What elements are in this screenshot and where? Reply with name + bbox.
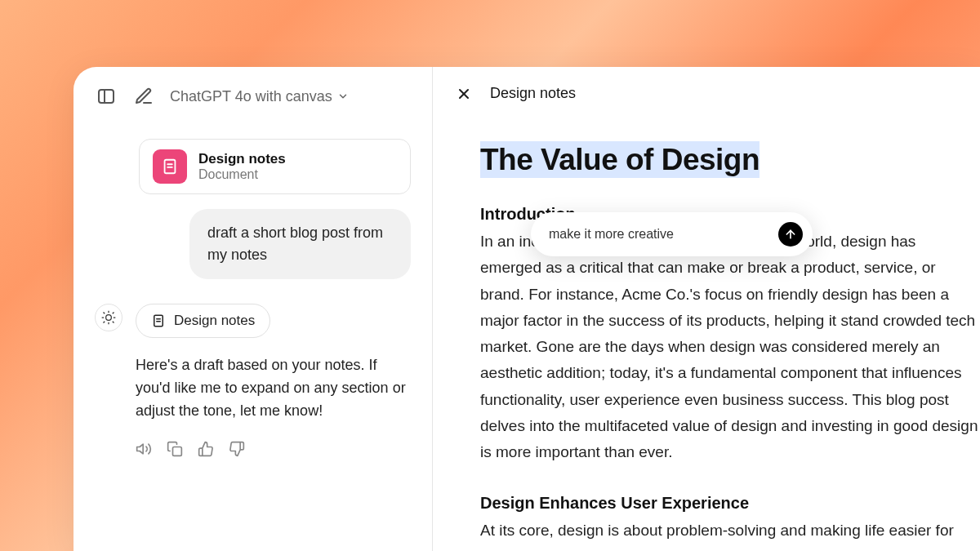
- arrow-up-icon: [784, 228, 797, 241]
- svg-marker-9: [137, 444, 144, 454]
- inline-prompt-input[interactable]: [549, 227, 778, 242]
- assistant-message: Here's a draft based on your notes. If y…: [95, 354, 411, 423]
- doc-heading-1[interactable]: The Value of Design: [480, 141, 760, 178]
- model-label-text: ChatGPT 4o with canvas: [170, 88, 332, 105]
- message-actions: [95, 441, 411, 457]
- model-selector[interactable]: ChatGPT 4o with canvas: [170, 88, 349, 105]
- document-small-icon: [151, 313, 166, 328]
- svg-point-5: [106, 315, 112, 321]
- canvas-header: Design notes: [433, 67, 980, 110]
- thumbs-up-icon[interactable]: [198, 441, 214, 457]
- inline-edit-prompt: [531, 212, 813, 256]
- read-aloud-icon[interactable]: [136, 441, 152, 457]
- doc-section-2-title[interactable]: Design Enhances User Experience: [480, 494, 980, 513]
- copy-icon[interactable]: [167, 441, 183, 457]
- sidebar-toggle-icon[interactable]: [95, 85, 118, 108]
- send-button[interactable]: [778, 222, 803, 247]
- canvas-panel: Design notes The Value of Design Introdu…: [433, 67, 980, 551]
- close-icon[interactable]: [456, 86, 472, 102]
- attachment-card[interactable]: Design notes Document: [139, 139, 411, 194]
- user-message: draft a short blog post from my notes: [189, 209, 411, 279]
- app-window: ChatGPT 4o with canvas Design notes Docu…: [74, 67, 980, 551]
- attachment-subtitle: Document: [198, 167, 286, 182]
- assistant-row: Design notes: [95, 304, 411, 338]
- doc-section-1-body[interactable]: In an increasingly competitive and fast-…: [480, 229, 980, 466]
- chevron-down-icon: [337, 91, 349, 102]
- new-chat-icon[interactable]: [132, 85, 155, 108]
- attachment-title: Design notes: [198, 151, 286, 167]
- doc-section-2-body[interactable]: At its core, design is about problem-sol…: [480, 518, 980, 551]
- attachment-meta: Design notes Document: [198, 151, 286, 182]
- assistant-avatar-icon: [95, 304, 122, 331]
- svg-rect-0: [99, 90, 114, 103]
- canvas-chip-label: Design notes: [174, 313, 255, 329]
- canvas-document[interactable]: The Value of Design Introduction In an i…: [433, 110, 980, 551]
- svg-rect-10: [173, 447, 182, 455]
- chat-scroll: Design notes Document draft a short blog…: [74, 116, 432, 551]
- canvas-title: Design notes: [490, 85, 576, 102]
- top-bar: ChatGPT 4o with canvas: [74, 67, 432, 116]
- thumbs-down-icon[interactable]: [229, 441, 245, 457]
- document-icon: [153, 149, 187, 184]
- chat-panel: ChatGPT 4o with canvas Design notes Docu…: [74, 67, 433, 551]
- canvas-chip[interactable]: Design notes: [136, 304, 270, 338]
